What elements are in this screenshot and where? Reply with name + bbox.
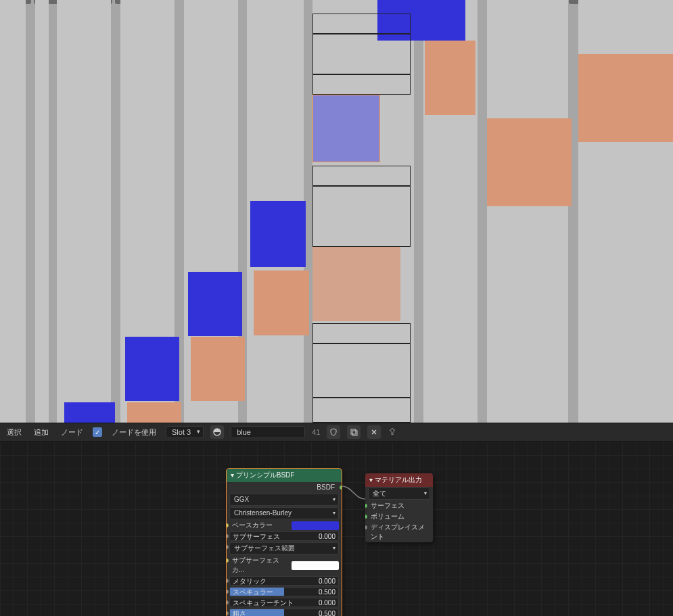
scene-wireframe: [312, 343, 411, 398]
scene-wireframe: [312, 186, 411, 247]
subsurface-method-dropdown[interactable]: Christensen-Burley: [229, 507, 339, 519]
use-nodes-label[interactable]: ノードを使用: [109, 426, 159, 439]
node-editor[interactable]: ▾ プリンシプルBSDF BSDF GGX Christensen-Burley…: [0, 442, 673, 616]
bsdf-output-label: BSDF: [317, 483, 339, 492]
volume-label: ボリューム: [368, 512, 430, 521]
specular-slider[interactable]: スペキュラー 0.500: [229, 587, 339, 596]
new-material-icon[interactable]: [347, 425, 361, 439]
menu-select[interactable]: 選択: [4, 426, 24, 439]
subsurface-color-swatch[interactable]: [292, 561, 339, 570]
svg-rect-1: [351, 429, 356, 434]
metallic-slider[interactable]: メタリック 0.000: [229, 576, 339, 586]
surface-label: サーフェス: [368, 501, 430, 511]
output-target-dropdown[interactable]: 全て: [368, 488, 430, 500]
scene-block: [425, 41, 475, 115]
scene-wireframe: [312, 323, 411, 343]
shield-icon[interactable]: [327, 425, 340, 439]
scene-block: [487, 118, 572, 206]
scene-pillar: [0, 0, 26, 423]
scene-block: [312, 247, 400, 321]
principled-bsdf-node[interactable]: ▾ プリンシプルBSDF BSDF GGX Christensen-Burley…: [227, 469, 342, 616]
material-name-input[interactable]: blue: [231, 426, 305, 438]
use-nodes-checkbox[interactable]: ✓: [93, 427, 102, 437]
scene-block: [125, 337, 179, 401]
base-color-label: ベースカラー: [229, 521, 292, 530]
material-browse-icon[interactable]: [210, 425, 224, 439]
node-editor-toolbar: 選択 追加 ノード ✓ ノードを使用 Slot 3 blue 41: [0, 423, 673, 442]
pin-icon[interactable]: [388, 427, 397, 437]
scene-wireframe: [312, 14, 411, 34]
base-color-swatch[interactable]: [292, 521, 339, 530]
scene-wireframe: [312, 74, 411, 95]
subsurface-radius-dropdown[interactable]: サブサーフェス範囲: [229, 542, 339, 554]
scene-wireframe: [312, 34, 411, 74]
scene-wireframe: [312, 166, 411, 186]
scene-pillar: [57, 0, 111, 423]
scene-selected-block: [312, 95, 380, 162]
3d-viewport[interactable]: [0, 0, 673, 423]
scene-pillar: [487, 0, 568, 423]
svg-rect-2: [352, 431, 357, 435]
roughness-slider[interactable]: 粗さ 0.500: [229, 609, 339, 616]
bsdf-output-socket[interactable]: [339, 485, 342, 490]
scene-pillar: [35, 0, 49, 423]
material-users-count: 41: [312, 428, 320, 436]
subsurface-color-label: サブサーフェスカ...: [229, 556, 292, 575]
scene-block: [64, 402, 115, 423]
scene-block: [254, 270, 309, 335]
scene-block: [188, 272, 242, 336]
menu-add[interactable]: 追加: [31, 426, 51, 439]
scene-block: [578, 54, 673, 142]
scene-block: [191, 337, 245, 401]
scene-block: [127, 402, 181, 423]
subsurface-slider[interactable]: サブサーフェス 0.000: [229, 531, 339, 541]
scene-wireframe: [312, 398, 411, 423]
menu-node[interactable]: ノード: [58, 426, 86, 439]
scene-block: [250, 201, 306, 267]
delete-material-icon[interactable]: [367, 425, 381, 439]
specular-tint-slider[interactable]: スペキュラーチント 0.000: [229, 598, 339, 607]
material-slot-dropdown[interactable]: Slot 3: [166, 426, 204, 438]
material-output-node[interactable]: ▾ マテリアル出力 全て サーフェス ボリューム ディスプレイスメント: [365, 473, 433, 542]
node-header[interactable]: ▾ マテリアル出力: [365, 473, 433, 487]
distribution-dropdown[interactable]: GGX: [229, 494, 339, 506]
displacement-label: ディスプレイスメント: [368, 523, 430, 542]
node-header[interactable]: ▾ プリンシプルBSDF: [227, 469, 342, 482]
